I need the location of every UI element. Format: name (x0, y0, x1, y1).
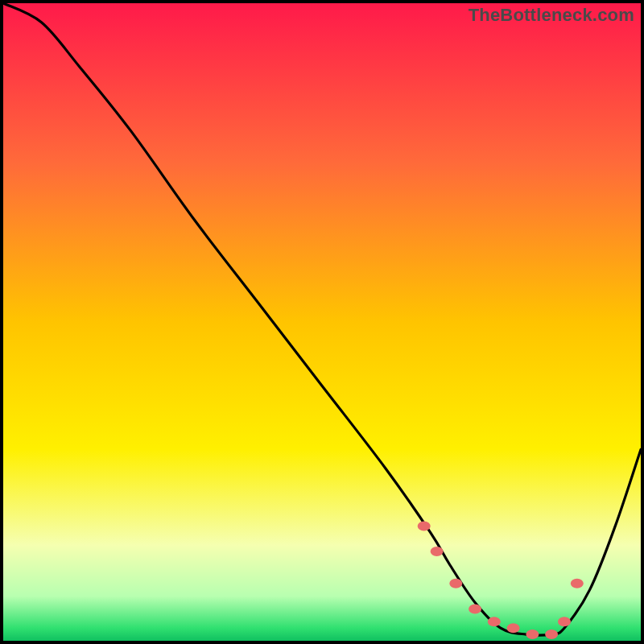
chart-frame: TheBottleneck.com (0, 0, 644, 644)
highlight-marker (431, 547, 444, 556)
highlight-marker (558, 617, 571, 626)
watermark-text: TheBottleneck.com (469, 5, 634, 26)
highlight-marker (526, 630, 539, 639)
highlight-marker (449, 579, 462, 588)
highlight-marker (488, 617, 501, 626)
gradient-background (3, 3, 641, 641)
highlight-marker (469, 604, 481, 613)
bottleneck-chart (3, 3, 641, 641)
highlight-marker (545, 630, 558, 639)
highlight-marker (418, 521, 431, 530)
highlight-marker (571, 579, 584, 588)
highlight-marker (507, 623, 520, 633)
